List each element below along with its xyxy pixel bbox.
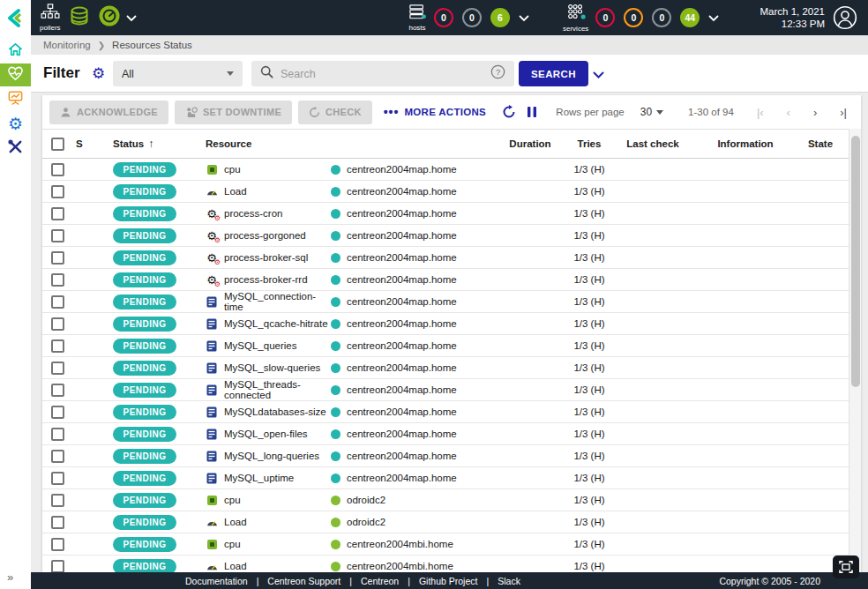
host-name[interactable]: centreon2004map.home (347, 384, 457, 395)
row-checkbox[interactable] (51, 494, 64, 507)
host-name[interactable]: centreon2004map.home (347, 429, 457, 439)
status-badge[interactable]: PENDING (113, 206, 176, 221)
hosts-chevron-down-icon[interactable] (519, 10, 529, 26)
resource-name[interactable]: cpu (224, 495, 241, 505)
rows-per-page-select[interactable]: 30 (640, 106, 663, 118)
table-row[interactable]: PENDING ⚙⚙ process-gorgoned centreon2004… (42, 225, 849, 247)
status-badge[interactable]: PENDING (113, 184, 176, 199)
acknowledge-button[interactable]: ACKNOWLEDGE (49, 101, 168, 124)
next-page-button[interactable]: › (813, 106, 817, 119)
resource-name[interactable]: MySQL_queries (224, 340, 296, 351)
footer-link[interactable]: Github Project (419, 576, 478, 586)
row-checkbox[interactable] (51, 406, 64, 419)
resource-name[interactable]: MySQL_connection-time (224, 291, 331, 312)
resource-name[interactable]: cpu (224, 164, 241, 175)
row-checkbox[interactable] (51, 273, 64, 287)
refresh-button[interactable] (502, 105, 516, 119)
set-downtime-button[interactable]: SET DOWNTIME (175, 101, 292, 124)
table-row[interactable]: PENDING cpu centreon2004mbi.home 1/3 (H) (42, 533, 849, 555)
resource-name[interactable]: MySQL_slow-queries (224, 362, 320, 373)
table-row[interactable]: PENDING cpu centreon2004map.home 1/3 (H) (42, 159, 849, 181)
hosts-unreachable-badge[interactable]: 0 (462, 8, 482, 27)
host-name[interactable]: centreon2004map.home (347, 362, 457, 373)
sidebar-item-reporting[interactable] (0, 88, 31, 109)
status-badge[interactable]: PENDING (113, 537, 176, 552)
footer-link[interactable]: Centreon Support (267, 576, 340, 586)
filter-scope-select[interactable]: All (113, 61, 243, 86)
table-row[interactable]: PENDING ⚙⚙ process-broker-sql centreon20… (42, 247, 849, 269)
host-name[interactable]: centreon2004map.home (347, 164, 457, 175)
breadcrumb-monitoring[interactable]: Monitoring (43, 40, 91, 50)
column-severity[interactable]: S (74, 138, 113, 149)
table-row[interactable]: PENDING MySQL_queries centreon2004map.ho… (42, 335, 849, 357)
table-row[interactable]: PENDING MySQL_threads-connected centreon… (42, 379, 849, 401)
row-checkbox[interactable] (51, 339, 64, 353)
search-help-icon[interactable]: ? (490, 64, 505, 83)
breadcrumb-resources-status[interactable]: Resources Status (112, 40, 192, 50)
host-name[interactable]: centreon2004map.home (347, 318, 457, 329)
row-checkbox[interactable] (51, 472, 64, 485)
row-checkbox[interactable] (51, 384, 64, 397)
resource-name[interactable]: MySQLdatabases-size (224, 406, 326, 417)
resource-name[interactable]: MySQL_open-files (224, 429, 308, 439)
row-checkbox[interactable] (51, 450, 64, 463)
host-name[interactable]: odroidc2 (347, 495, 385, 505)
centreon-logo-icon[interactable] (4, 7, 26, 29)
database-status-icon[interactable] (68, 4, 91, 31)
table-row[interactable]: PENDING Load odroidc2 1/3 (H) (42, 511, 849, 533)
services-warning-badge[interactable]: 0 (624, 8, 643, 27)
status-badge[interactable]: PENDING (113, 250, 176, 265)
first-page-button[interactable]: |‹ (757, 106, 764, 119)
sidebar-item-monitoring[interactable] (0, 63, 31, 86)
host-name[interactable]: odroidc2 (347, 517, 385, 527)
row-checkbox[interactable] (51, 163, 64, 176)
resource-name[interactable]: process-broker-rrd (224, 274, 308, 285)
resource-name[interactable]: process-cron (224, 208, 282, 219)
row-checkbox[interactable] (51, 428, 64, 441)
host-name[interactable]: centreon2004map.home (347, 473, 457, 483)
table-row[interactable]: PENDING MySQL_long-queries centreon2004m… (42, 445, 849, 467)
sidebar-item-administration[interactable] (0, 138, 31, 159)
table-row[interactable]: PENDING Load centreon2004mbi.home 1/3 (H… (42, 555, 849, 572)
status-badge[interactable]: PENDING (113, 493, 176, 508)
status-badge[interactable]: PENDING (113, 317, 176, 332)
vertical-scrollbar[interactable] (849, 129, 861, 572)
column-resource[interactable]: Resource (206, 138, 331, 149)
status-badge[interactable]: PENDING (113, 272, 176, 287)
check-button[interactable]: CHECK (298, 101, 372, 124)
host-name[interactable]: centreon2004map.home (347, 186, 457, 197)
row-checkbox[interactable] (51, 251, 64, 265)
column-tries[interactable]: Tries (568, 138, 610, 149)
sidebar-expand-chevrons[interactable]: » (7, 570, 13, 584)
column-state[interactable]: State (796, 138, 845, 149)
host-name[interactable]: centreon2004map.home (347, 340, 457, 351)
table-row[interactable]: PENDING cpu odroidc2 1/3 (H) (42, 489, 849, 511)
column-duration[interactable]: Duration (492, 138, 568, 149)
status-badge[interactable]: PENDING (113, 361, 176, 376)
host-name[interactable]: centreon2004map.home (347, 296, 457, 307)
column-information[interactable]: Information (695, 138, 796, 149)
status-badge[interactable]: PENDING (113, 383, 176, 398)
host-name[interactable]: centreon2004map.home (347, 406, 457, 417)
services-chevron-down-icon[interactable] (708, 10, 719, 26)
hosts-up-badge[interactable]: 6 (490, 8, 510, 27)
status-badge[interactable]: PENDING (113, 559, 176, 573)
status-badge[interactable]: PENDING (113, 471, 176, 486)
sidebar-item-configuration[interactable]: ⚙ (0, 113, 31, 134)
footer-link[interactable]: Centreon (361, 576, 399, 586)
resource-name[interactable]: MySQL_long-queries (224, 451, 319, 461)
services-ok-badge[interactable]: 44 (680, 8, 700, 27)
table-row[interactable]: PENDING ⚙⚙ process-cron centreon2004map.… (42, 203, 849, 225)
status-badge[interactable]: PENDING (113, 228, 176, 243)
status-badge[interactable]: PENDING (113, 405, 176, 420)
row-checkbox[interactable] (51, 362, 64, 375)
host-name[interactable]: centreon2004mbi.home (347, 561, 453, 571)
resource-name[interactable]: Load (224, 517, 247, 527)
poller-menu[interactable]: pollers (40, 0, 137, 35)
previous-page-button[interactable]: ‹ (787, 106, 790, 119)
sidebar-item-home[interactable] (0, 41, 31, 62)
pause-refresh-button[interactable] (527, 106, 537, 118)
host-name[interactable]: centreon2004map.home (347, 274, 457, 285)
resource-name[interactable]: Load (224, 186, 247, 197)
resource-name[interactable]: Load (224, 561, 247, 571)
